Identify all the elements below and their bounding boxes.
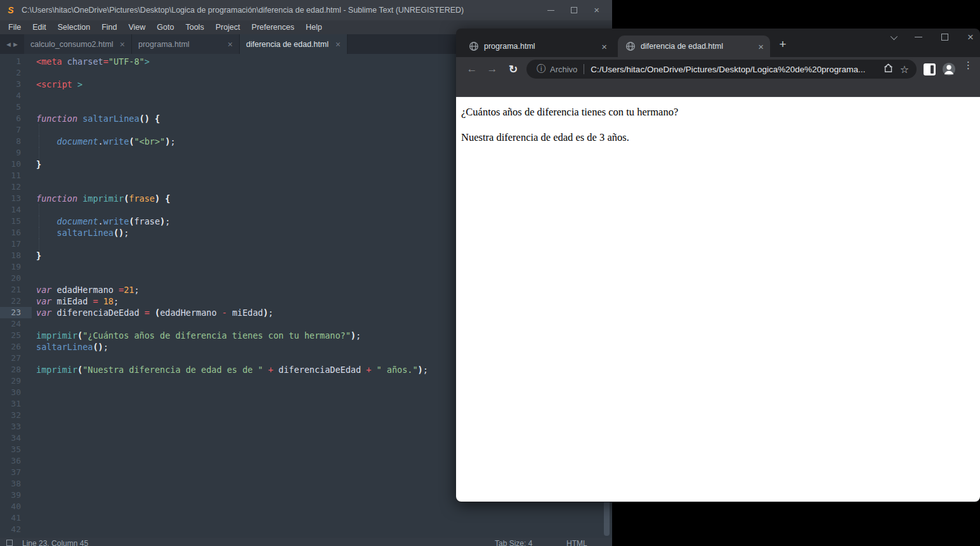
share-icon[interactable] xyxy=(883,63,894,76)
line-number: 41 xyxy=(0,512,32,524)
tab-close-icon[interactable]: × xyxy=(758,41,764,52)
line-number: 22 xyxy=(0,296,32,307)
line-number: 29 xyxy=(0,375,32,387)
tab-close-icon[interactable]: × xyxy=(228,39,233,49)
sublime-logo-icon: S xyxy=(5,5,16,15)
browser-tab[interactable]: programa.html× xyxy=(461,36,613,57)
line-number: 14 xyxy=(0,204,32,216)
reload-button[interactable]: ↻ xyxy=(505,63,521,76)
sublime-statusbar: Line 23, Column 45 Tab Size: 4 HTML xyxy=(0,538,612,546)
line-number: 32 xyxy=(0,410,32,421)
line-number: 3 xyxy=(0,79,32,90)
browser-tab[interactable]: diferencia de edad.html× xyxy=(618,36,770,57)
line-number: 4 xyxy=(0,90,32,101)
syntax-indicator[interactable]: HTML xyxy=(566,539,587,546)
menu-file[interactable]: File xyxy=(3,22,27,33)
menu-tools[interactable]: Tools xyxy=(180,22,209,33)
chrome-window: + × programa.html× diferencia de edad.ht… xyxy=(456,29,980,502)
line-number: 38 xyxy=(0,478,32,490)
tab-scroll-right-icon[interactable]: ▶ xyxy=(13,41,18,48)
code-text: var diferenciaDeEdad = (edadHermano - mi… xyxy=(36,307,273,318)
code-text: var miEdad = 18; xyxy=(36,296,119,307)
sublime-titlebar[interactable]: S C:\Users\hitac\OneDrive\Pictures\Deskt… xyxy=(0,0,612,20)
code-text: function saltarLinea() { xyxy=(36,113,160,124)
vim-mode-icon[interactable] xyxy=(6,540,13,546)
line-number: 10 xyxy=(0,159,32,170)
url-text[interactable]: C:/Users/hitac/OneDrive/Pictures/Desktop… xyxy=(591,65,876,74)
line-number: 9 xyxy=(0,147,32,159)
line-number: 2 xyxy=(0,67,32,79)
menu-view[interactable]: View xyxy=(122,22,151,33)
editor-tab[interactable]: calculo_consumo2.html× xyxy=(24,34,132,54)
line-number: 5 xyxy=(0,101,32,113)
forward-button[interactable]: → xyxy=(484,63,500,75)
minimize-icon[interactable] xyxy=(915,37,922,38)
line-number: 18 xyxy=(0,250,32,261)
line-number: 13 xyxy=(0,193,32,204)
line-number: 39 xyxy=(0,490,32,501)
tab-label: programa.html xyxy=(138,40,224,49)
line-number: 1 xyxy=(0,56,32,67)
profile-avatar-icon[interactable] xyxy=(942,62,956,76)
line-number: 27 xyxy=(0,353,32,364)
tab-size-indicator[interactable]: Tab Size: 4 xyxy=(495,539,532,546)
code-text: } xyxy=(36,159,41,170)
line-number: 15 xyxy=(0,216,32,227)
page-output-line: Nuestra diferencia de edad es de 3 años. xyxy=(461,131,975,143)
line-number: 31 xyxy=(0,398,32,410)
code-text: document.write("<br>"); xyxy=(36,136,176,147)
browser-menu-icon[interactable]: ⋮ xyxy=(964,63,973,67)
line-number: 8 xyxy=(0,136,32,147)
editor-tab[interactable]: diferencia de edad.html× xyxy=(240,34,348,54)
tab-label: calculo_consumo2.html xyxy=(30,40,116,49)
menu-preferences[interactable]: Preferences xyxy=(246,22,300,33)
menu-find[interactable]: Find xyxy=(96,22,122,33)
editor-tab[interactable]: programa.html× xyxy=(132,34,240,54)
code-line[interactable]: 40 xyxy=(0,501,612,512)
menu-selection[interactable]: Selection xyxy=(52,22,96,33)
indent-guide xyxy=(39,147,39,159)
globe-favicon-icon xyxy=(625,41,636,51)
tab-search-icon[interactable] xyxy=(891,32,898,39)
code-line[interactable]: 42 xyxy=(0,524,612,535)
line-number: 30 xyxy=(0,387,32,398)
close-icon[interactable]: × xyxy=(594,7,599,13)
back-button[interactable]: ← xyxy=(464,63,480,75)
line-number: 34 xyxy=(0,432,32,444)
code-line[interactable]: 41 xyxy=(0,512,612,524)
page-info-icon[interactable]: ⓘ xyxy=(537,63,546,75)
address-bar[interactable]: ⓘ Archivo C:/Users/hitac/OneDrive/Pictur… xyxy=(526,60,917,79)
code-text: } xyxy=(36,250,41,261)
maximize-icon[interactable] xyxy=(571,7,577,13)
line-number: 19 xyxy=(0,261,32,273)
line-number: 7 xyxy=(0,124,32,136)
code-text: function imprimir(frase) { xyxy=(36,193,170,204)
tab-label: programa.html xyxy=(484,42,598,51)
menu-goto[interactable]: Goto xyxy=(151,22,180,33)
line-number: 17 xyxy=(0,238,32,250)
tab-scroll-left-icon[interactable]: ◀ xyxy=(6,41,11,48)
code-text: imprimir("Nuestra diferencia de edad es … xyxy=(36,364,428,375)
new-tab-button[interactable]: + xyxy=(774,37,791,53)
line-number: 40 xyxy=(0,501,32,512)
menu-help[interactable]: Help xyxy=(300,22,328,33)
url-scheme-label: Archivo xyxy=(550,65,577,74)
close-icon[interactable]: × xyxy=(967,34,974,41)
tab-close-icon[interactable]: × xyxy=(601,41,607,52)
chrome-toolbar: ← → ↻ ⓘ Archivo C:/Users/hitac/OneDrive/… xyxy=(456,57,980,97)
line-number: 6 xyxy=(0,113,32,124)
line-number: 42 xyxy=(0,524,32,535)
menu-project[interactable]: Project xyxy=(210,22,246,33)
menu-edit[interactable]: Edit xyxy=(27,22,52,33)
bookmark-star-icon[interactable]: ☆ xyxy=(900,63,909,75)
globe-favicon-icon xyxy=(469,41,479,51)
line-number: 20 xyxy=(0,273,32,284)
tab-close-icon[interactable]: × xyxy=(120,39,125,49)
tab-close-icon[interactable]: × xyxy=(336,39,341,49)
side-panel-icon[interactable] xyxy=(924,63,936,75)
maximize-icon[interactable] xyxy=(941,34,948,41)
tab-label: diferencia de edad.html xyxy=(641,42,754,51)
code-text: saltarLinea(); xyxy=(36,227,129,238)
line-number: 11 xyxy=(0,170,32,181)
minimize-icon[interactable] xyxy=(547,10,554,11)
